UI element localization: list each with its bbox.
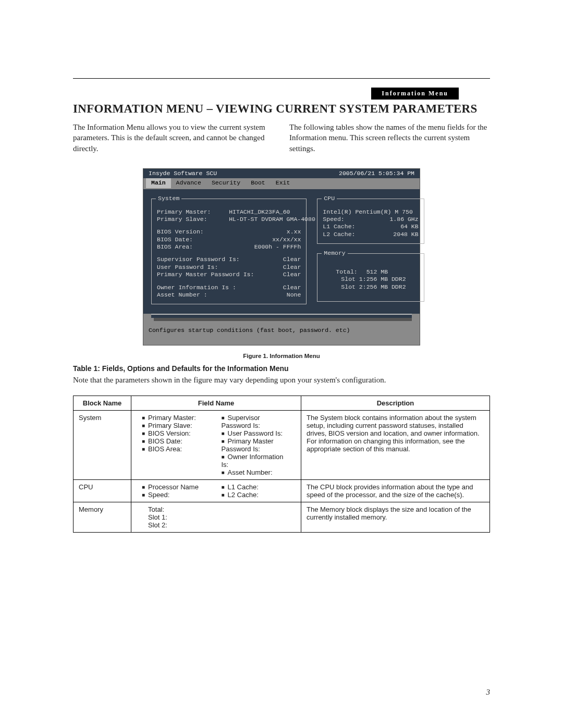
block-cell: CPU bbox=[74, 479, 131, 502]
header-tab: Information Menu bbox=[371, 88, 459, 100]
bios-screenshot: Insyde Software SCU 2005/06/21 5:05:34 P… bbox=[143, 168, 420, 346]
bios-product: Insyde Software SCU bbox=[149, 170, 217, 177]
cpu-box-title: CPU bbox=[322, 195, 337, 202]
bios-menu-advance: Advance bbox=[171, 178, 206, 188]
table-title: Table 1: Fields, Options and Defaults fo… bbox=[73, 364, 490, 373]
memory-box-title: Memory bbox=[322, 250, 347, 257]
bios-menu: MainAdvanceSecurityBootExit bbox=[143, 178, 420, 189]
ba-value: E000h - FFFFh bbox=[254, 243, 301, 251]
th-desc: Description bbox=[301, 396, 490, 410]
mt-label: Total: bbox=[336, 268, 366, 276]
bios-help: Configures startup conditions (fast boot… bbox=[143, 324, 420, 344]
fields-table: Block Name Field Name Description System… bbox=[73, 396, 490, 533]
bios-menu-boot: Boot bbox=[246, 178, 271, 188]
th-field: Field Name bbox=[131, 396, 301, 410]
speed-value: 1.86 GHz bbox=[372, 216, 419, 223]
cpu-box: CPU Intel(R) Pentium(R) M 750 Speed:1.86… bbox=[317, 199, 424, 244]
field-cell: ■Total:■Slot 1:■Slot 2: bbox=[131, 502, 301, 532]
an-label: Asset Number : bbox=[157, 291, 214, 299]
s2-value: 256 MB DDR2 bbox=[366, 283, 419, 291]
bd-label: BIOS Date: bbox=[157, 236, 214, 243]
field-cell: ■Primary Master:■Primary Slave:■BIOS Ver… bbox=[131, 410, 301, 479]
sp-value: Clear bbox=[254, 256, 301, 263]
bv-value: x.xx bbox=[287, 228, 301, 236]
l1-value: 64 KB bbox=[372, 223, 419, 230]
field-cell: ■Processor Name■Speed:■L1 Cache:■L2 Cach… bbox=[131, 479, 301, 502]
pm-label: Primary Master: bbox=[157, 208, 229, 216]
up-value: Clear bbox=[254, 264, 301, 271]
mt-value: 512 MB bbox=[366, 268, 419, 276]
page-title: INFORMATION MENU – VIEWING CURRENT SYSTE… bbox=[73, 102, 490, 116]
up-label: User Password Is: bbox=[157, 264, 254, 271]
an-value: None bbox=[287, 291, 301, 299]
pmp-value: Clear bbox=[254, 271, 301, 278]
ba-label: BIOS Area: bbox=[157, 243, 214, 251]
l2-label: L2 Cache: bbox=[323, 231, 371, 238]
oi-value: Clear bbox=[254, 284, 301, 291]
desc-cell: The CPU block provides information about… bbox=[301, 479, 490, 502]
s1-label: Slot 1: bbox=[341, 276, 366, 283]
page-number: 3 bbox=[486, 688, 491, 697]
sp-label: Supervisor Password Is: bbox=[157, 256, 254, 263]
desc-cell: The System block contains information ab… bbox=[301, 410, 490, 479]
bv-label: BIOS Version: bbox=[157, 228, 214, 236]
intro-right: The following tables show the names of t… bbox=[289, 122, 490, 154]
l2-value: 2048 KB bbox=[372, 231, 419, 238]
bios-menu-exit: Exit bbox=[271, 178, 296, 188]
speed-label: Speed: bbox=[323, 216, 371, 223]
block-cell: System bbox=[74, 410, 131, 479]
s1-value: 256 MB DDR2 bbox=[366, 276, 419, 283]
bios-datetime: 2005/06/21 5:05:34 PM bbox=[339, 170, 414, 177]
desc-cell: The Memory block displays the size and l… bbox=[301, 502, 490, 532]
pmp-label: Primary Master Password Is: bbox=[157, 271, 254, 278]
oi-label: Owner Information Is : bbox=[157, 284, 254, 291]
th-block: Block Name bbox=[74, 396, 131, 410]
bios-menu-main: Main bbox=[146, 178, 171, 188]
cpu-name: Intel(R) Pentium(R) M 750 bbox=[323, 208, 418, 216]
intro-left: The Information Menu allows you to view … bbox=[73, 122, 274, 154]
memory-box: Memory Total:512 MB Slot 1:256 MB DDR2 S… bbox=[317, 253, 424, 302]
pm-value: HITACHI_DK23FA_60 bbox=[229, 208, 301, 216]
block-cell: Memory bbox=[74, 502, 131, 532]
bios-menu-security: Security bbox=[206, 178, 246, 188]
intro-columns: The Information Menu allows you to view … bbox=[73, 122, 490, 154]
ps-label: Primary Slave: bbox=[157, 216, 229, 223]
table-note: Note that the parameters shown in the fi… bbox=[73, 375, 490, 385]
system-box-title: System bbox=[156, 195, 181, 202]
system-box: System Primary Master:HITACHI_DK23FA_60 … bbox=[151, 199, 307, 305]
bd-value: xx/xx/xx bbox=[272, 236, 301, 243]
ps-value: HL-DT-ST DVDRAM GMA-4080 bbox=[229, 216, 301, 223]
l1-label: L1 Cache: bbox=[323, 223, 371, 230]
figure-caption: Figure 1. Information Menu bbox=[73, 353, 490, 359]
s2-label: Slot 2: bbox=[341, 283, 366, 291]
